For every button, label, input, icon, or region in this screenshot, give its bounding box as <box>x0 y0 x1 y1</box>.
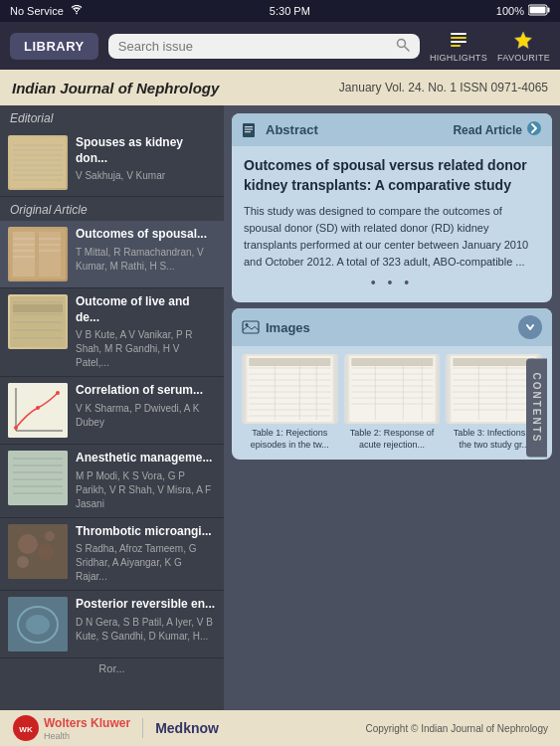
contents-tab[interactable]: CONTENTS <box>526 359 547 458</box>
article-title: Correlation of serum... <box>76 383 216 399</box>
document-icon <box>242 123 260 137</box>
abstract-body: Outcomes of spousal versus related donor… <box>232 146 552 302</box>
article-list: Editorial Spouses as kidney don... V <box>0 105 224 710</box>
article-thumb <box>8 227 68 281</box>
read-article-button[interactable]: Read Article <box>453 120 542 139</box>
article-thumb <box>8 524 68 579</box>
svg-point-56 <box>26 615 50 635</box>
svg-rect-58 <box>245 126 253 127</box>
svg-text:WK: WK <box>19 725 33 734</box>
list-item[interactable]: Anesthetic manageme... M P Modi, K S Vor… <box>0 445 224 518</box>
images-grid: Table 1: Rejections episodes in the tw..… <box>232 346 552 459</box>
article-info: Posterior reversible en... D N Gera, S B… <box>76 597 216 644</box>
list-item[interactable]: Correlation of serum... V K Sharma, P Dw… <box>0 377 224 445</box>
battery-percent: 100% <box>496 5 524 17</box>
article-info: Thrombotic microangi... S Radha, Afroz T… <box>76 524 216 585</box>
svg-rect-36 <box>8 383 68 438</box>
image-icon <box>242 320 260 334</box>
svg-point-40 <box>36 406 40 410</box>
abstract-article-title: Outcomes of spousal versus related donor… <box>244 156 540 195</box>
image-caption: Table 1: Rejections episodes in the tw..… <box>242 428 338 451</box>
svg-rect-59 <box>245 128 253 129</box>
status-time: 5:30 PM <box>270 5 310 17</box>
article-info: Outcomes of spousal... T Mittal, R Ramac… <box>76 227 216 274</box>
search-input[interactable] <box>118 39 390 54</box>
svg-point-52 <box>17 556 29 568</box>
list-item[interactable]: Posterior reversible en... D N Gera, S B… <box>0 591 224 658</box>
svg-point-51 <box>38 544 54 560</box>
article-title: Anesthetic manageme... <box>76 451 216 466</box>
article-title: Thrombotic microangi... <box>76 524 216 540</box>
article-info: Outcome of live and de... V B Kute, A V … <box>76 294 216 370</box>
svg-rect-2 <box>530 7 546 14</box>
image-thumb-1 <box>242 354 338 424</box>
svg-marker-9 <box>515 32 532 49</box>
svg-rect-81 <box>351 358 433 366</box>
journal-title: Indian Journal of Nephrology <box>12 80 219 96</box>
article-authors: M P Modi, K S Vora, G P Parikh, V R Shah… <box>76 469 216 511</box>
svg-rect-5 <box>451 33 467 35</box>
svg-rect-1 <box>548 8 550 13</box>
status-right: 100% <box>496 4 550 18</box>
journal-header: Indian Journal of Nephrology January Vol… <box>0 70 560 105</box>
abstract-title: Abstract <box>266 122 318 137</box>
status-left: No Service <box>10 5 84 18</box>
list-item[interactable]: Outcome of live and de... V B Kute, A V … <box>0 288 224 377</box>
svg-rect-57 <box>243 123 255 137</box>
article-thumb <box>8 294 68 349</box>
svg-point-61 <box>527 121 541 135</box>
more-hint: Ror... <box>0 658 224 678</box>
article-thumb <box>8 451 68 505</box>
article-info: Correlation of serum... V K Sharma, P Dw… <box>76 383 216 430</box>
chevron-right-icon <box>526 120 542 139</box>
image-item[interactable]: Table 1: Rejections episodes in the tw..… <box>242 354 338 451</box>
svg-rect-94 <box>454 358 535 366</box>
abstract-card-header: Abstract Read Article <box>232 113 552 146</box>
images-title: Images <box>266 320 310 335</box>
article-thumb <box>8 135 68 190</box>
library-button[interactable]: LIBRARY <box>10 33 98 60</box>
images-expand-button[interactable] <box>518 315 542 339</box>
abstract-text: This study was designed to compare the o… <box>244 203 540 271</box>
article-title: Posterior reversible en... <box>76 597 216 613</box>
highlights-button[interactable]: HIGHLIGHTS <box>430 29 487 63</box>
article-info: Spouses as kidney don... V Sakhuja, V Ku… <box>76 135 216 183</box>
svg-rect-8 <box>451 45 461 47</box>
abstract-ellipsis: • • • <box>244 271 540 292</box>
svg-rect-62 <box>243 321 259 333</box>
medknow-text: Medknow <box>155 720 219 736</box>
images-header-left: Images <box>242 320 310 335</box>
highlights-label: HIGHLIGHTS <box>430 53 487 63</box>
footer-left: WK Wolters Kluwer Health Medknow <box>12 714 219 742</box>
status-bar: No Service 5:30 PM 100% <box>0 0 560 22</box>
health-text: Health <box>44 731 130 741</box>
list-item[interactable]: Thrombotic microangi... S Radha, Afroz T… <box>0 518 224 592</box>
favourite-button[interactable]: FAVOURITE <box>497 29 550 63</box>
image-thumb-2 <box>344 354 441 424</box>
list-item[interactable]: Outcomes of spousal... T Mittal, R Ramac… <box>0 221 224 288</box>
article-info: Anesthetic manageme... M P Modi, K S Vor… <box>76 451 216 511</box>
article-authors: V K Sharma, P Dwivedi, A K Dubey <box>76 402 216 430</box>
svg-point-50 <box>18 534 38 554</box>
journal-meta: January Vol. 24. No. 1 ISSN 0971-4065 <box>339 81 548 94</box>
images-card-header: Images <box>232 308 552 346</box>
battery-icon <box>528 4 550 18</box>
list-item[interactable]: Spouses as kidney don... V Sakhuja, V Ku… <box>0 129 224 197</box>
image-item[interactable]: Table 2: Response of acute rejection... <box>344 354 441 451</box>
article-title: Outcome of live and de... <box>76 294 216 325</box>
svg-rect-7 <box>451 41 467 43</box>
images-card: Images <box>232 308 552 459</box>
svg-rect-31 <box>13 304 63 312</box>
wifi-icon <box>70 5 84 18</box>
svg-rect-60 <box>245 131 251 132</box>
svg-rect-29 <box>10 296 66 347</box>
svg-point-53 <box>45 531 55 541</box>
footer-copyright: Copyright © Indian Journal of Nephrology <box>365 723 548 734</box>
article-authors: V B Kute, A V Vanikar, P R Shah, M R Gan… <box>76 328 216 370</box>
article-title: Outcomes of spousal... <box>76 227 216 243</box>
carrier-text: No Service <box>10 5 64 17</box>
svg-rect-6 <box>451 37 467 39</box>
section-editorial: Editorial <box>0 105 224 129</box>
svg-line-4 <box>404 46 409 51</box>
top-nav: LIBRARY HIGHLIGHTS FAVOURITE <box>0 22 560 70</box>
